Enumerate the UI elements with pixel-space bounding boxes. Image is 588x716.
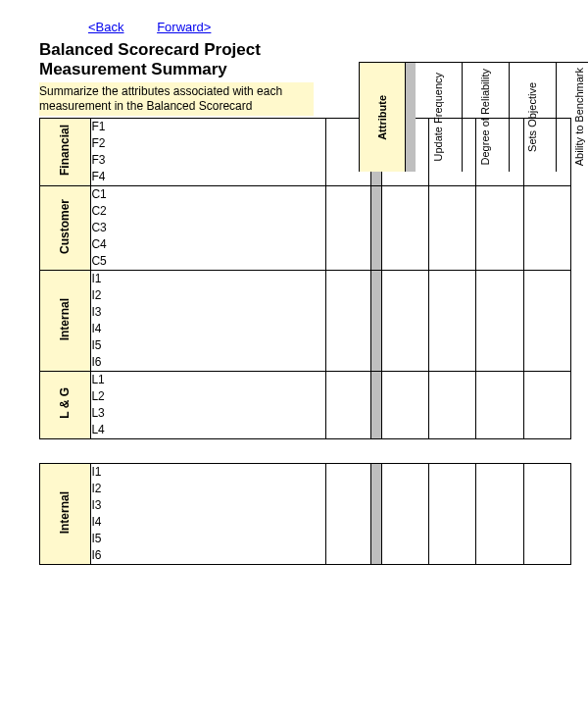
data-cell bbox=[428, 371, 475, 438]
items-cell: L1L2L3L4 bbox=[91, 371, 326, 438]
measure-item: I4 bbox=[91, 514, 325, 531]
measure-item: I4 bbox=[91, 321, 325, 337]
measure-item: L2 bbox=[91, 388, 325, 405]
data-cell bbox=[523, 185, 570, 270]
measure-item: F2 bbox=[91, 135, 325, 152]
category-cell: Customer bbox=[40, 185, 91, 270]
measure-item: I5 bbox=[91, 337, 325, 354]
col-reliability: Degree of Reliability bbox=[463, 62, 510, 172]
data-cell bbox=[381, 270, 428, 371]
table-row: L & GL1L2L3L4 bbox=[40, 371, 571, 438]
back-link[interactable]: <Back bbox=[88, 20, 124, 34]
measure-item: L4 bbox=[91, 422, 325, 438]
measure-item: I6 bbox=[91, 547, 325, 564]
attr-cell bbox=[326, 185, 371, 270]
col-separator bbox=[406, 62, 416, 172]
data-cell bbox=[523, 270, 570, 371]
category-cell: L & G bbox=[40, 371, 91, 438]
attr-cell bbox=[326, 270, 371, 371]
sep-cell bbox=[371, 185, 381, 270]
page-subtitle: Summarize the attributes associated with… bbox=[39, 82, 314, 116]
page: <Back Forward> Balanced Scorecard Projec… bbox=[0, 0, 588, 565]
page-title: Balanced Scorecard Project Measurement S… bbox=[39, 40, 304, 80]
data-cell bbox=[476, 463, 523, 564]
measure-item: L1 bbox=[91, 372, 325, 388]
category-cell: Internal bbox=[40, 463, 91, 564]
data-cell bbox=[381, 185, 428, 270]
measure-item: C2 bbox=[91, 203, 325, 220]
items-cell: I1I2I3I4I5I6 bbox=[91, 463, 326, 564]
measure-item: L3 bbox=[91, 405, 325, 422]
sep-cell bbox=[371, 371, 381, 438]
category-cell: Internal bbox=[40, 270, 91, 371]
data-cell bbox=[523, 463, 570, 564]
data-cell bbox=[428, 463, 475, 564]
forward-link[interactable]: Forward> bbox=[157, 20, 211, 34]
col-attribute: Attribute bbox=[359, 62, 406, 172]
attr-cell bbox=[326, 371, 371, 438]
measure-item: C4 bbox=[91, 236, 325, 253]
measure-item: F4 bbox=[91, 169, 325, 185]
column-headers: Attribute Update Frequency Degree of Rel… bbox=[359, 62, 588, 172]
sep-cell bbox=[371, 270, 381, 371]
table-row: InternalI1I2I3I4I5I6 bbox=[40, 463, 571, 564]
measure-item: I6 bbox=[91, 354, 325, 371]
nav-links: <Back Forward> bbox=[88, 20, 576, 34]
table-row: InternalI1I2I3I4I5I6 bbox=[40, 270, 571, 371]
data-cell bbox=[381, 463, 428, 564]
data-cell bbox=[476, 185, 523, 270]
data-cell bbox=[523, 371, 570, 438]
measure-item: I3 bbox=[91, 304, 325, 321]
measure-item: I1 bbox=[91, 464, 325, 481]
sep-cell bbox=[371, 463, 381, 564]
category-cell: Financial bbox=[40, 118, 91, 185]
scorecard-table-2: InternalI1I2I3I4I5I6 bbox=[39, 463, 571, 565]
measure-item: I2 bbox=[91, 481, 325, 497]
col-sets-objective: Sets Objective bbox=[510, 62, 557, 172]
measure-item: I5 bbox=[91, 531, 325, 547]
header: Balanced Scorecard Project Measurement S… bbox=[39, 40, 576, 116]
data-cell bbox=[381, 371, 428, 438]
items-cell: F1F2F3F4 bbox=[91, 118, 326, 185]
items-cell: I1I2I3I4I5I6 bbox=[91, 270, 326, 371]
data-cell bbox=[476, 270, 523, 371]
measure-item: I3 bbox=[91, 497, 325, 514]
col-update-frequency: Update Frequency bbox=[416, 62, 463, 172]
measure-item: C1 bbox=[91, 186, 325, 203]
attr-cell bbox=[326, 463, 371, 564]
measure-item: I2 bbox=[91, 287, 325, 304]
items-cell: C1C2C3C4C5 bbox=[91, 185, 326, 270]
measure-item: F3 bbox=[91, 152, 325, 169]
measure-item: C5 bbox=[91, 253, 325, 270]
data-cell bbox=[476, 371, 523, 438]
measure-item: F1 bbox=[91, 119, 325, 135]
table-row: CustomerC1C2C3C4C5 bbox=[40, 185, 571, 270]
measure-item: I1 bbox=[91, 271, 325, 287]
measure-item: C3 bbox=[91, 220, 325, 236]
data-cell bbox=[428, 185, 475, 270]
data-cell bbox=[428, 270, 475, 371]
col-benchmark: Ability to Benchmark bbox=[557, 62, 588, 172]
